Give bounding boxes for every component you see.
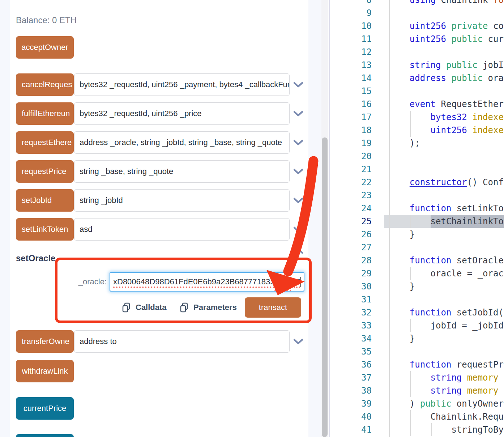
code-line-26: 26 } (330, 228, 504, 241)
line-number: 26 (330, 228, 372, 241)
line-number: 33 (330, 319, 372, 332)
line-number: 10 (330, 20, 372, 33)
code-editor[interactable]: 8 using Chainlink fo910 uint256 private … (330, 0, 504, 437)
code-text: setChainlinkTo (389, 215, 504, 228)
function-row: setJobId (16, 189, 305, 212)
expand-chevron-down-icon[interactable] (294, 169, 303, 176)
line-number: 35 (330, 345, 372, 358)
function-row: withdrawLink (16, 360, 305, 382)
code-text: string public jobI (389, 59, 504, 72)
expand-chevron-down-icon[interactable] (294, 82, 303, 89)
line-number: 16 (330, 98, 372, 111)
code-line-40: 40 Chainlink.Requ (330, 410, 504, 423)
code-line-25: 25 setChainlinkTo (330, 215, 504, 228)
function-button[interactable] (16, 434, 74, 437)
fulfillEthereun-button[interactable]: fulfillEthereun (16, 102, 74, 125)
calldata-label: Calldata (136, 303, 167, 312)
acceptOwner-button[interactable]: acceptOwner (16, 36, 74, 59)
set-oracle-function-title: setOracle (16, 253, 55, 263)
line-number: 28 (330, 254, 372, 267)
line-number: 18 (330, 124, 372, 137)
fulfillEthereun-params-input[interactable] (74, 102, 290, 125)
code-line-16: 16 event RequestEther (330, 98, 504, 111)
line-number: 17 (330, 111, 372, 124)
cancelReques-button[interactable]: cancelReques (16, 73, 74, 96)
requestPrice-params-input[interactable] (74, 160, 290, 183)
line-number: 37 (330, 371, 372, 384)
code-line-33: 33 jobId = _jobId (330, 319, 504, 332)
code-line-19: 19 ); (330, 137, 504, 150)
line-number: 41 (330, 423, 372, 436)
expand-chevron-down-icon[interactable] (294, 198, 303, 205)
code-line-39: 39 ) public onlyOwner (330, 397, 504, 410)
code-text: uint256 indexe (389, 124, 504, 137)
setJobId-params-input[interactable] (74, 189, 290, 212)
copy-calldata-button[interactable]: Calldata (122, 302, 167, 313)
expand-chevron-down-icon[interactable] (294, 140, 303, 147)
line-number: 13 (330, 59, 372, 72)
function-row: currentPrice (16, 397, 305, 420)
expand-chevron-down-icon[interactable] (294, 226, 303, 234)
requestEthere-button[interactable]: requestEthere (16, 131, 74, 154)
expand-chevron-down-icon[interactable] (294, 111, 303, 118)
code-text: function setJobId( (389, 306, 504, 319)
function-row: transferOwne (16, 330, 305, 353)
code-text: function setLinkTo (389, 202, 504, 215)
oracle-value-right: 97 (291, 277, 300, 288)
line-number: 27 (330, 241, 372, 254)
transact-button[interactable]: transact (245, 297, 301, 318)
code-line-21: 21 (330, 163, 504, 176)
withdrawLink-button[interactable]: withdrawLink (16, 360, 74, 382)
code-line-37: 37 string memory (330, 371, 504, 384)
requestPrice-button[interactable]: requestPrice (16, 160, 74, 183)
line-number: 12 (330, 46, 372, 59)
panel-scrollbar-thumb[interactable] (322, 137, 328, 437)
transferOwne-params-input[interactable] (74, 330, 290, 353)
code-line-31: 31 (330, 293, 504, 306)
text-cursor (300, 277, 301, 287)
line-number: 40 (330, 410, 372, 423)
copy-parameters-button[interactable]: Parameters (180, 302, 237, 313)
function-row: fulfillEthereun (16, 102, 305, 125)
parameters-label: Parameters (193, 303, 237, 312)
code-line-13: 13 string public jobI (330, 59, 504, 72)
setLinkToken-button[interactable]: setLinkToken (16, 218, 74, 241)
code-line-36: 36 function requestPr (330, 358, 504, 371)
transferOwne-button[interactable]: transferOwne (16, 330, 74, 353)
line-number: 25 (330, 215, 372, 228)
line-number: 30 (330, 280, 372, 293)
oracle-address-input[interactable]: xD800648D98D61FdE0E6b9a23B68777183397 (110, 272, 304, 292)
code-line-12: 12 (330, 46, 504, 59)
line-number: 29 (330, 267, 372, 280)
panel-right-margin (308, 0, 321, 437)
function-row: requestPrice (16, 160, 305, 183)
setJobId-button[interactable]: setJobId (16, 189, 74, 212)
contract-balance-label: Balance: 0 ETH (16, 15, 77, 25)
code-text: Chainlink.Requ (389, 410, 504, 423)
cancelReques-params-input[interactable] (74, 73, 290, 96)
code-text: jobId = _jobId (389, 319, 504, 332)
line-number: 36 (330, 358, 372, 371)
code-line-34: 34 } (330, 332, 504, 345)
code-line-29: 29 oracle = _orac (330, 267, 504, 280)
line-number: 31 (330, 293, 372, 306)
oracle-param-label: _oracle: (54, 277, 107, 287)
requestEthere-params-input[interactable] (74, 131, 290, 154)
function-row: requestEthere (16, 131, 305, 154)
line-number: 9 (330, 7, 372, 20)
function-row: cancelReques (16, 73, 305, 96)
code-line-20: 20 (330, 150, 504, 163)
setLinkToken-params-input[interactable] (74, 218, 290, 241)
code-line-10: 10 uint256 private co (330, 20, 504, 33)
code-line-9: 9 (330, 7, 504, 20)
code-text: } (389, 332, 415, 345)
collapse-chevron-up-icon[interactable] (294, 248, 303, 255)
code-text: oracle = _orac (389, 267, 504, 280)
line-number: 32 (330, 306, 372, 319)
code-text: } (389, 228, 415, 241)
currentPrice-button[interactable]: currentPrice (16, 397, 74, 420)
expand-chevron-down-icon[interactable] (294, 339, 303, 346)
code-line-15: 15 (330, 85, 504, 98)
code-text: string memory (389, 371, 498, 384)
code-text: function setOracle (389, 254, 504, 267)
